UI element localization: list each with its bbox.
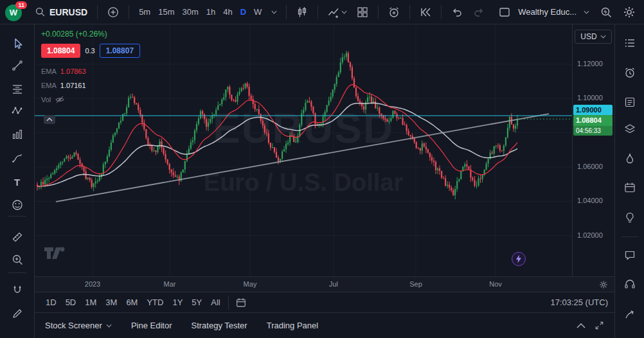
hotlists-button[interactable]	[620, 149, 640, 168]
tab-strategy-tester[interactable]: Strategy Tester	[191, 321, 247, 330]
bid-price-button[interactable]: 1.08804	[41, 44, 80, 58]
quick-search-button[interactable]	[596, 3, 616, 21]
maximize-panel-button[interactable]	[595, 321, 604, 330]
price-axis[interactable]: USD 1.09000 1.08804 04:56:33 1.120001.10…	[572, 24, 614, 276]
range-ytd-button[interactable]: YTD	[142, 296, 168, 309]
layout-name[interactable]: Wealthy Educ...	[518, 7, 577, 17]
bar-countdown: 04:56:33	[573, 126, 613, 136]
undo-button[interactable]	[447, 3, 467, 21]
range-all-button[interactable]: All	[206, 296, 224, 309]
maximize-icon	[595, 321, 604, 330]
watchlist-button[interactable]	[620, 33, 640, 53]
chart-pane[interactable]: EURUSD Euro / U.S. Dollar +0.00285 (+0.2…	[35, 24, 614, 276]
ema-fast-value: 1.07863	[60, 67, 86, 75]
data-window-icon	[623, 96, 636, 109]
toolbar-separator	[441, 5, 442, 19]
bar-replay-button[interactable]	[416, 3, 435, 21]
time-axis-gear-icon[interactable]	[599, 280, 608, 289]
ema-fast-legend[interactable]: EMA 1.07863	[41, 64, 140, 78]
brush-icon	[11, 152, 24, 165]
timeframe-1h-button[interactable]: 1h	[202, 4, 219, 19]
tab-pine-editor[interactable]: Pine Editor	[131, 321, 172, 330]
expand-panel-button[interactable]	[577, 323, 586, 328]
volume-legend[interactable]: Vol	[41, 93, 140, 107]
tab-stock-screener[interactable]: Stock Screener	[45, 321, 112, 330]
ema-slow-legend[interactable]: EMA 1.07161	[41, 78, 140, 93]
trend-line-tool-button[interactable]	[8, 56, 27, 75]
grid-layout-button[interactable]	[353, 3, 372, 21]
toolbar-separator	[129, 5, 129, 19]
go-to-date-button[interactable]	[232, 294, 250, 311]
chevron-up-icon	[46, 118, 53, 121]
help-button[interactable]	[620, 274, 640, 294]
zoom-tool-button[interactable]	[8, 250, 27, 269]
ideas-button[interactable]	[620, 208, 640, 227]
calendar-button[interactable]	[620, 178, 640, 197]
time-axis[interactable]: 2023MarMayJulSepNov	[35, 276, 614, 292]
create-alert-button[interactable]	[384, 3, 404, 21]
layout-dropdown-button[interactable]	[580, 8, 593, 17]
layout-select-button[interactable]	[495, 3, 514, 21]
magnet-tool-button[interactable]	[8, 280, 27, 299]
forecast-tool-button[interactable]	[8, 125, 27, 144]
brush-tool-button[interactable]	[8, 148, 27, 168]
tradingview-logo[interactable]	[44, 245, 66, 261]
range-1y-button[interactable]: 1Y	[168, 296, 187, 309]
range-5y-button[interactable]: 5Y	[187, 296, 206, 309]
chat-button[interactable]	[620, 245, 640, 265]
range-5d-button[interactable]: 5D	[61, 296, 81, 309]
ask-price-button[interactable]: 1.08807	[100, 44, 140, 58]
lightbulb-icon	[623, 211, 636, 224]
lightning-quick-action-button[interactable]	[512, 252, 526, 266]
timeframe-4h-button[interactable]: 4h	[219, 4, 236, 19]
range-6m-button[interactable]: 6M	[121, 296, 142, 309]
price-axis-tick: 1.06000	[577, 163, 603, 170]
object-tree-button[interactable]	[620, 120, 640, 139]
chevron-down-icon	[271, 10, 277, 14]
text-tool-button[interactable]: T	[8, 172, 27, 191]
currency-dropdown[interactable]: USD	[575, 30, 612, 44]
price-change: +0.00285 (+0.26%)	[41, 30, 140, 39]
data-window-button[interactable]	[620, 93, 640, 112]
range-1d-button[interactable]: 1D	[41, 296, 61, 309]
cursor-tool-button[interactable]	[8, 34, 27, 53]
alarm-plus-icon	[388, 6, 400, 19]
toolbar-separator	[318, 5, 318, 19]
chart-style-button[interactable]	[292, 3, 312, 21]
compare-button[interactable]	[103, 3, 123, 21]
redo-button[interactable]	[469, 3, 488, 21]
logo-glyph: W	[10, 8, 17, 17]
layout-square-icon	[498, 6, 511, 19]
timeframe-w-button[interactable]: W	[250, 4, 265, 19]
ema-label: EMA	[41, 82, 57, 89]
indicators-button[interactable]	[324, 3, 350, 21]
app-logo[interactable]: W 11	[5, 3, 24, 22]
range-3m-button[interactable]: 3M	[101, 296, 121, 309]
ema-slow-value: 1.07161	[60, 82, 86, 89]
chevron-down-icon	[106, 324, 112, 328]
publish-button[interactable]	[620, 305, 640, 324]
settings-button[interactable]	[620, 3, 639, 21]
timeframe-d-button[interactable]: D	[237, 4, 250, 19]
time-axis-label: Sep	[409, 280, 422, 288]
pattern-tool-button[interactable]	[8, 102, 27, 121]
timeframe-dropdown-button[interactable]	[268, 8, 280, 17]
range-toolbar: 1D5D1M3M6MYTD1Y5YAll 17:03:25 (UTC)	[35, 292, 614, 312]
timeframe-30m-button[interactable]: 30m	[178, 4, 202, 19]
timeframe-15m-button[interactable]: 15m	[154, 4, 178, 19]
utc-clock[interactable]: 17:03:25 (UTC)	[550, 298, 608, 307]
symbol-search-button[interactable]: EURUSD	[31, 4, 91, 20]
headset-icon	[623, 278, 636, 290]
eye-off-icon[interactable]	[55, 94, 65, 105]
timeframe-5m-button[interactable]: 5m	[135, 4, 154, 19]
range-1m-button[interactable]: 1M	[80, 296, 101, 309]
alerts-button[interactable]	[620, 63, 640, 82]
fib-retracement-tool-button[interactable]	[8, 80, 27, 99]
candlestick-icon	[296, 6, 309, 19]
ruler-tool-button[interactable]	[8, 227, 27, 247]
emoji-tool-button[interactable]	[8, 195, 27, 215]
flame-icon	[623, 152, 636, 165]
draw-tool-button[interactable]	[8, 304, 27, 323]
expand-arrow-button[interactable]	[44, 115, 55, 124]
tab-trading-panel[interactable]: Trading Panel	[267, 321, 318, 330]
